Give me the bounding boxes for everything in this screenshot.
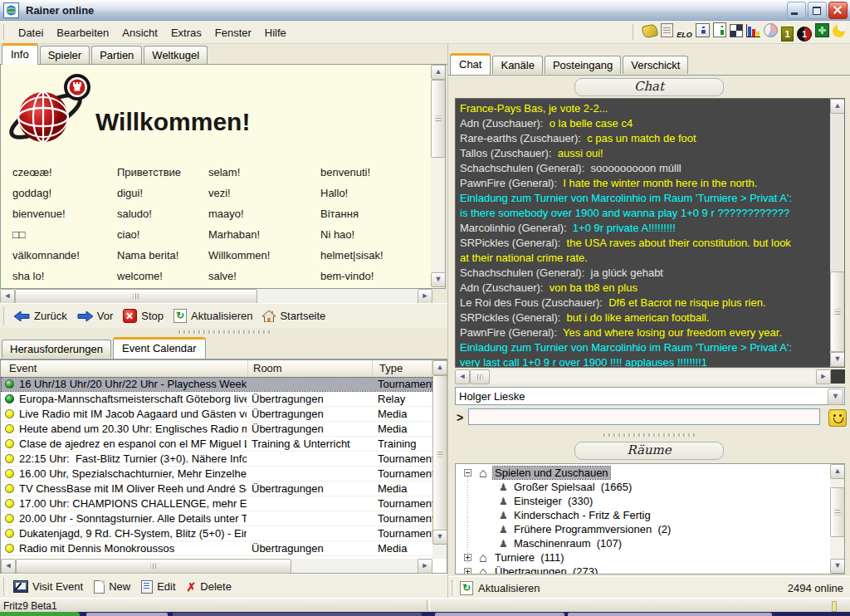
start-button[interactable] [0, 612, 80, 616]
tab-herausforderungen[interactable]: Herausforderungen [2, 340, 111, 358]
scroll-thumb[interactable] [431, 80, 446, 158]
taskbar-button[interactable] [173, 613, 422, 616]
event-row[interactable]: 16.00 Uhr, Spezialschachturnier, Mehr Ei… [1, 467, 432, 482]
room-label[interactable]: Großer Spielsaal (1665) [514, 481, 632, 493]
room-label[interactable]: Maschinenraum (107) [514, 537, 622, 550]
visit-event-button[interactable]: Visit Event [13, 580, 83, 593]
room-tree-item[interactable]: Turniere (111) [456, 550, 829, 565]
room-tree-item[interactable]: Großer Spielsaal (1665) [456, 480, 829, 494]
delete-event-button[interactable]: ✗ Delete [187, 580, 232, 593]
tab-event-calendar[interactable]: Event Calendar [113, 337, 206, 359]
menu-datei[interactable]: Datei [12, 24, 50, 42]
scroll-right-button[interactable] [816, 369, 831, 384]
tree-expander-plus-icon[interactable] [464, 568, 471, 574]
edit-event-button[interactable]: Edit [141, 580, 175, 594]
tab-spieler[interactable]: Spieler [40, 46, 90, 64]
scroll-thumb[interactable] [16, 559, 291, 574]
event-row[interactable]: 16 Uhr/18 Uhr/20 Uhr/22 Uhr - Playchess … [1, 377, 432, 392]
room-label[interactable]: Einsteiger (330) [514, 495, 593, 507]
room-tree-item[interactable]: Maschinenraum (107) [456, 536, 829, 550]
forward-button[interactable]: Vor [77, 310, 114, 322]
menu-hilfe[interactable]: Hilfe [258, 24, 293, 42]
refresh-button[interactable]: Aktualisieren [173, 309, 252, 323]
notes-icon[interactable] [661, 23, 673, 37]
room-label[interactable]: Turniere (111) [495, 551, 564, 564]
tree-expander-minus-icon[interactable] [464, 469, 471, 477]
scroll-thumb[interactable] [830, 487, 845, 537]
scroll-right-button[interactable] [418, 289, 432, 304]
tab-posteingang[interactable]: Posteingang [545, 56, 621, 74]
rooms-refresh-button[interactable]: Aktualisieren [478, 582, 540, 594]
room-tree-item[interactable]: Übertragungen (273) [456, 565, 829, 574]
column-header-type[interactable]: Type [374, 360, 432, 376]
horizontal-splitter[interactable] [448, 430, 850, 440]
welcome-hscrollbar[interactable] [0, 289, 432, 303]
scroll-left-button[interactable] [455, 369, 470, 384]
minimize-button[interactable] [787, 2, 806, 19]
scroll-down-button[interactable] [432, 530, 447, 545]
stop-button[interactable]: Stop [123, 309, 164, 323]
tab-weltkugel[interactable]: Weltkugel [144, 46, 208, 64]
taskbar-button[interactable] [568, 613, 772, 616]
menu-bearbeiten[interactable]: Bearbeiten [50, 24, 115, 42]
rooms-vscrollbar[interactable] [830, 464, 844, 574]
daylight-icon[interactable] [833, 25, 845, 37]
toolbar-grip[interactable] [633, 24, 637, 40]
events-hscrollbar[interactable] [1, 559, 432, 573]
close-button[interactable] [828, 2, 848, 19]
elo-icon[interactable]: ELO [677, 27, 692, 42]
event-row[interactable]: Radio mit Dennis MonokroussosÜbertragung… [1, 541, 432, 556]
event-row[interactable]: Live Radio mit IM Jacob Aagaard und Gäst… [1, 407, 432, 422]
event-row[interactable]: 17.00 Uhr: CHAMPIONS CHALLENGE, mehr Ein… [1, 496, 432, 511]
tab-kan-le[interactable]: Kanäle [492, 56, 542, 74]
scroll-down-button[interactable] [431, 272, 446, 287]
tab-chat[interactable]: Chat [450, 53, 491, 75]
tab-info[interactable]: Info [2, 43, 38, 65]
scroll-up-button[interactable] [830, 99, 845, 114]
combobox-dropdown-button[interactable] [828, 389, 843, 405]
toolbar-grip[interactable] [3, 578, 7, 594]
tree-expander-plus-icon[interactable] [464, 554, 471, 561]
scroll-thumb[interactable] [470, 369, 490, 384]
scroll-left-button[interactable] [0, 289, 15, 304]
room-tree-item[interactable]: Spielen und Zuschauen [456, 466, 829, 480]
chat-box[interactable]: France-Pays Bas, je vote 2-2...Adn (Zusc… [455, 98, 845, 368]
column-header-room[interactable]: Room [248, 360, 373, 376]
plus-green-icon[interactable] [815, 23, 829, 37]
player-info-icon[interactable] [696, 23, 710, 37]
scroll-down-button[interactable] [830, 352, 845, 367]
room-tree-item[interactable]: Kinderschach - Fritz & Fertig [456, 508, 829, 522]
scroll-up-button[interactable] [431, 65, 446, 80]
scroll-up-button[interactable] [830, 464, 845, 479]
event-row[interactable]: TV ChessBase mit IM Oliver Reeh und Andr… [1, 482, 432, 496]
clock-icon[interactable] [764, 23, 778, 37]
engine-1-icon[interactable]: 1 [797, 27, 812, 42]
room-label[interactable]: Spielen und Zuschauen [493, 467, 610, 479]
chat-input[interactable] [468, 408, 820, 425]
scroll-left-button[interactable] [1, 559, 16, 574]
room-tree-item[interactable]: Frühere Programmversionen (2) [456, 522, 829, 536]
smiley-button[interactable] [828, 409, 847, 427]
welcome-vscrollbar[interactable] [431, 65, 445, 287]
restore-button[interactable] [808, 2, 827, 19]
taskbar-button[interactable] [86, 613, 168, 616]
scroll-down-button[interactable] [830, 559, 845, 574]
back-button[interactable]: Zurück [14, 310, 67, 322]
tab-verschickt[interactable]: Verschickt [623, 56, 688, 74]
toolbar-grip[interactable] [452, 580, 456, 595]
taskbar-button[interactable] [435, 613, 564, 616]
room-label[interactable]: Frühere Programmversionen (2) [514, 523, 671, 535]
players-icon[interactable] [713, 22, 726, 37]
toolbar-grip[interactable] [3, 307, 7, 324]
menu-fenster[interactable]: Fenster [208, 24, 258, 42]
horizontal-splitter[interactable] [0, 327, 447, 337]
event-row[interactable]: 22:15 Uhr: Fast-Blitz Turnier (3+0). Näh… [1, 452, 432, 467]
dial-icon[interactable] [642, 23, 659, 38]
room-tree-item[interactable]: Einsteiger (330) [456, 494, 829, 508]
scroll-thumb[interactable] [432, 375, 447, 533]
statistics-icon[interactable] [746, 24, 760, 37]
scroll-right-button[interactable] [418, 559, 432, 574]
tab-partien[interactable]: Partien [91, 46, 142, 64]
chat-hscrollbar[interactable] [455, 369, 831, 384]
menu-extras[interactable]: Extras [164, 24, 208, 42]
